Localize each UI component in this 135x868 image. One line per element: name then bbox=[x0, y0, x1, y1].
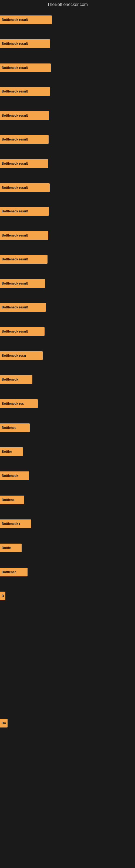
bottleneck-result-item[interactable]: B bbox=[0, 592, 5, 600]
bottleneck-result-item[interactable]: Bottleneck result bbox=[0, 279, 45, 288]
bottleneck-result-item[interactable]: Bottleneck result bbox=[0, 183, 50, 192]
bottleneck-result-label: Bottlenec bbox=[2, 426, 16, 430]
bottleneck-result-item[interactable]: Bottlenec bbox=[0, 424, 30, 432]
bottleneck-result-item[interactable]: Bottleneck resu bbox=[0, 351, 43, 360]
bottleneck-result-label: Bottleneck result bbox=[2, 162, 28, 165]
bottleneck-result-label: Bottleneck result bbox=[2, 90, 28, 93]
site-title: TheBottlenecker.com bbox=[0, 0, 135, 9]
bottleneck-result-label: Bottleneck r bbox=[2, 522, 20, 526]
bottleneck-result-item[interactable]: Bottleneck result bbox=[0, 87, 50, 96]
bottleneck-result-item[interactable]: Bottle bbox=[0, 544, 21, 552]
bottleneck-result-item[interactable]: Bottleneck result bbox=[0, 39, 50, 48]
bottleneck-result-item[interactable]: Bottleneck result bbox=[0, 111, 49, 120]
bottleneck-result-label: Bottleneck result bbox=[2, 18, 28, 22]
bottleneck-result-label: Bottleneck result bbox=[2, 234, 28, 237]
bottleneck-result-label: Bottleneck resu bbox=[2, 354, 26, 358]
bottleneck-result-label: B bbox=[2, 594, 4, 598]
bottleneck-result-label: Bottleneck result bbox=[2, 114, 28, 118]
bottleneck-result-label: Bottleneck result bbox=[2, 42, 28, 45]
bottleneck-result-item[interactable]: Bottleneck bbox=[0, 471, 29, 480]
bottleneck-result-item[interactable]: Bottleneck result bbox=[0, 231, 48, 240]
bottleneck-result-label: Bottlene bbox=[2, 498, 14, 502]
bottleneck-result-label: Bottle bbox=[2, 546, 11, 550]
bottleneck-result-item[interactable]: Bottleneck result bbox=[0, 255, 48, 264]
bottleneck-result-item[interactable]: Bottleneck res bbox=[0, 399, 38, 408]
bottleneck-result-label: Bottleneck result bbox=[2, 137, 28, 141]
bottleneck-result-item[interactable]: Bottleneck r bbox=[0, 520, 31, 528]
bottleneck-result-label: Bottleneck bbox=[2, 378, 18, 381]
bottleneck-result-label: Bottleneck result bbox=[2, 209, 28, 213]
bottleneck-result-item[interactable]: Bottleneck bbox=[0, 375, 32, 384]
bottleneck-result-label: Bottleneck res bbox=[2, 402, 24, 405]
bottleneck-result-label: Bottler bbox=[2, 450, 12, 454]
bottleneck-result-label: Bottleneck result bbox=[2, 186, 28, 190]
bottleneck-result-item[interactable]: Bottleneck result bbox=[0, 135, 49, 144]
bottleneck-result-item[interactable]: Bottleneck result bbox=[0, 207, 49, 216]
bottleneck-result-item[interactable]: Bottleneck result bbox=[0, 303, 46, 312]
bottleneck-result-label: Bottleneck result bbox=[2, 257, 28, 261]
bottleneck-result-item[interactable]: Bottleneck result bbox=[0, 63, 51, 72]
bottleneck-result-label: Bottleneck result bbox=[2, 282, 28, 285]
bottleneck-result-label: Bottleneck result bbox=[2, 66, 28, 70]
bottleneck-result-label: Bottleneck result bbox=[2, 305, 28, 309]
bottleneck-result-label: Bottleneck result bbox=[2, 330, 28, 333]
bottleneck-result-item[interactable]: Bottleneck result bbox=[0, 159, 48, 168]
bottleneck-result-item[interactable]: Bottlenec bbox=[0, 568, 28, 577]
bottleneck-result-item[interactable]: Bottlene bbox=[0, 496, 24, 504]
bottleneck-result-label: Bottleneck bbox=[2, 474, 18, 478]
bottleneck-result-label: Bo bbox=[2, 721, 6, 725]
bottleneck-result-label: Bottlenec bbox=[2, 570, 16, 574]
bottleneck-result-item[interactable]: Bo bbox=[0, 719, 8, 727]
bottleneck-result-item[interactable]: Bottler bbox=[0, 447, 23, 456]
bottleneck-result-item[interactable]: Bottleneck result bbox=[0, 327, 45, 336]
bottleneck-result-item[interactable]: Bottleneck result bbox=[0, 16, 52, 24]
